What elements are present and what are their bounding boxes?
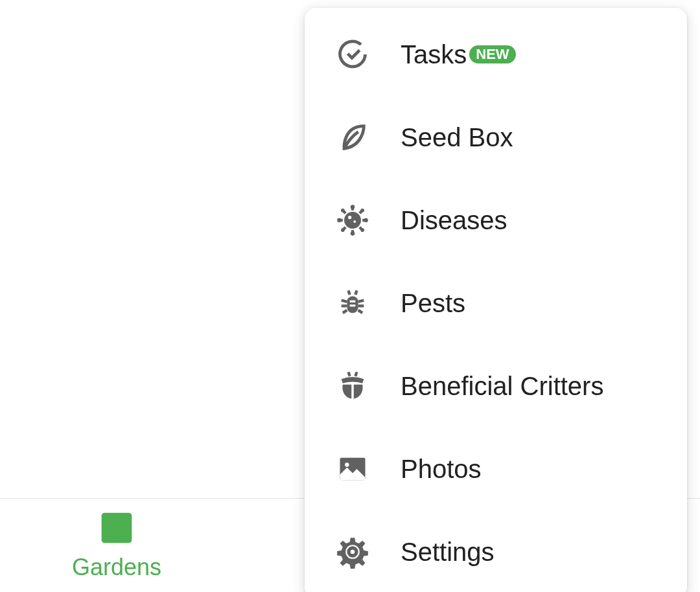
svg-point-7 [344, 212, 361, 229]
menu-item-photos[interactable]: Photos [305, 427, 687, 510]
svg-line-28 [358, 301, 364, 302]
new-badge: NEW [469, 45, 515, 63]
svg-point-25 [360, 209, 364, 212]
menu-item-beneficial-critters[interactable]: Beneficial Critters [305, 345, 687, 427]
menu-item-pests[interactable]: Pests [305, 262, 687, 345]
menu-label-pests: Pests [401, 289, 656, 318]
svg-point-18 [351, 205, 355, 209]
svg-point-20 [337, 218, 342, 223]
svg-point-8 [348, 216, 351, 219]
svg-point-21 [364, 218, 368, 223]
leaf-icon [336, 120, 369, 154]
svg-rect-26 [347, 296, 358, 313]
nav-item-gardens[interactable]: Gardens [0, 499, 233, 592]
svg-rect-34 [350, 304, 356, 306]
menu-item-settings[interactable]: Settings [305, 510, 687, 592]
popup-menu: TasksNEW Seed Box [305, 8, 687, 592]
menu-item-diseases[interactable]: Diseases [305, 179, 687, 262]
svg-point-9 [353, 220, 356, 223]
grid-icon [99, 510, 135, 549]
virus-icon [336, 203, 369, 237]
menu-item-tasks[interactable]: TasksNEW [305, 13, 687, 96]
menu-label-seed-box: Seed Box [401, 123, 656, 152]
svg-line-27 [342, 301, 347, 302]
svg-point-19 [351, 231, 355, 236]
menu-label-beneficial-critters: Beneficial Critters [401, 372, 656, 401]
menu-label-diseases: Diseases [401, 206, 656, 235]
svg-point-24 [341, 228, 345, 232]
svg-line-31 [343, 310, 347, 313]
bug-icon [336, 286, 369, 320]
svg-point-36 [345, 462, 349, 467]
menu-label-photos: Photos [401, 455, 656, 484]
svg-rect-33 [350, 301, 356, 302]
menu-item-seed-box[interactable]: Seed Box [305, 96, 687, 179]
menu-label-tasks: TasksNEW [401, 40, 656, 69]
nav-label-gardens: Gardens [72, 554, 161, 581]
beetle-icon [336, 369, 369, 403]
check-circle-icon [336, 38, 369, 71]
svg-line-32 [358, 310, 363, 313]
svg-point-22 [341, 209, 345, 212]
photo-icon [336, 452, 369, 486]
svg-point-23 [360, 228, 364, 232]
gear-icon [336, 535, 369, 569]
svg-rect-0 [103, 514, 130, 541]
menu-label-settings: Settings [401, 538, 656, 567]
